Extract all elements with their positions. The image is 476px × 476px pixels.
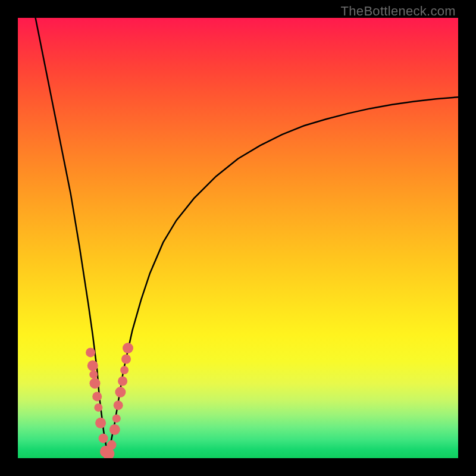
dot bbox=[99, 434, 108, 443]
curve-right-branch bbox=[108, 97, 458, 458]
dot bbox=[94, 403, 102, 412]
dot bbox=[92, 392, 102, 401]
dot bbox=[89, 370, 98, 378]
dot bbox=[120, 366, 129, 374]
chart-frame: TheBottleneck.com bbox=[0, 0, 476, 476]
chart-svg bbox=[18, 18, 458, 458]
watermark-text: TheBottleneck.com bbox=[341, 4, 456, 19]
dot bbox=[114, 400, 123, 410]
dot bbox=[121, 355, 131, 364]
dot bbox=[109, 424, 120, 435]
data-dots bbox=[86, 343, 133, 458]
dot bbox=[118, 377, 127, 386]
dot bbox=[123, 343, 133, 353]
dot bbox=[87, 361, 98, 371]
dot bbox=[112, 414, 121, 422]
dot bbox=[90, 378, 101, 389]
dot bbox=[95, 418, 106, 428]
dot bbox=[86, 347, 95, 357]
plot-area bbox=[18, 18, 458, 458]
dot bbox=[107, 440, 117, 450]
dot bbox=[115, 387, 126, 397]
